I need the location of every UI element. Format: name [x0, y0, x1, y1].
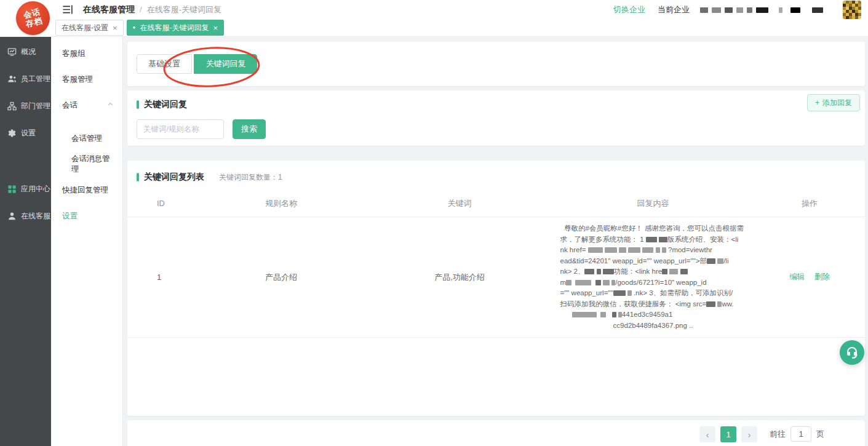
- cell-id: 1: [127, 273, 195, 282]
- secondary-sidebar: 客服组 客服管理 会话 会话管理 会话消息管理 快捷回复管理 设置: [51, 37, 123, 446]
- overview-icon: [7, 47, 17, 57]
- sidebar-item-employees[interactable]: 员工管理: [0, 65, 51, 92]
- cell-reply-content: 尊敬的#会员昵称#您好！ 感谢您咨询，您可以点击根据需求，了解更多系统功能： 1…: [552, 223, 754, 331]
- redacted-text: [588, 247, 603, 253]
- redacted-text: [628, 247, 640, 253]
- app-window: 在线客服管理 / 在线客服-关键词回复 切换企业 当前企业 在线客服-设置 × …: [0, 0, 868, 446]
- current-page-button[interactable]: 1: [720, 426, 736, 442]
- keyword-filter-card: 关键词回复 搜索 + 添加回复: [127, 90, 865, 146]
- redacted-text: [646, 237, 657, 242]
- online-service-person-icon: [7, 212, 17, 221]
- chevron-up-icon: [107, 101, 114, 110]
- submenu-label: 快捷回复管理: [62, 185, 108, 196]
- redacted-text: [619, 247, 626, 253]
- column-header-actions: 操作: [754, 198, 865, 209]
- submenu-item-session[interactable]: 会话: [51, 92, 122, 118]
- redacted-text: [706, 301, 715, 307]
- breadcrumb-current: 在线客服-关键词回复: [147, 4, 221, 15]
- reply-line: 441ed3c9459a1: [560, 309, 746, 321]
- sidebar-item-label: 员工管理: [21, 74, 50, 84]
- tab-label: 在线客服-关键词回复: [140, 23, 209, 33]
- submenu-label: 会话: [62, 100, 78, 111]
- search-button[interactable]: 搜索: [233, 119, 266, 139]
- submenu-label: 会话消息管理: [71, 154, 114, 175]
- submenu-item-service-groups[interactable]: 客服组: [51, 41, 122, 66]
- tab-online-service-settings[interactable]: 在线客服-设置 ×: [55, 20, 124, 36]
- sidebar-item-online-service[interactable]: 在线客服: [0, 202, 51, 229]
- section-marker: [137, 100, 139, 109]
- tab-bar: 在线客服-设置 × ● 在线客服-关键词回复 ×: [0, 19, 868, 37]
- add-reply-button[interactable]: + 添加回复: [807, 94, 860, 111]
- redacted-text: [656, 247, 660, 253]
- sidebar-item-label: 部门管理: [21, 101, 50, 111]
- submenu-item-settings[interactable]: 设置: [51, 203, 122, 229]
- submenu-item-session-management[interactable]: 会话管理: [51, 125, 122, 151]
- column-header-id: ID: [127, 199, 195, 208]
- settings-gear-icon: [7, 129, 17, 138]
- filter-section-title: 关键词回复: [144, 99, 187, 110]
- submenu-session-children: 会话管理 会话消息管理: [51, 125, 122, 177]
- sidebar-item-departments[interactable]: 部门管理: [0, 92, 51, 119]
- pagination-card: ‹ 1 › 前往 页: [127, 420, 865, 446]
- breadcrumb-root[interactable]: 在线客服管理: [83, 4, 135, 15]
- customer-service-float-button[interactable]: [840, 340, 864, 365]
- tab-keyword-reply[interactable]: ● 在线客服-关键词回复 ×: [127, 20, 224, 36]
- submenu-item-session-message-management[interactable]: 会话消息管理: [51, 151, 122, 177]
- column-header-rule-name: 规则名称: [195, 198, 367, 209]
- keyword-reply-button[interactable]: 关键词回复: [194, 54, 257, 74]
- reply-line: ead&tid=24201" weapp_id="" weapp_url="">…: [560, 256, 746, 267]
- goto-page-input[interactable]: [790, 426, 811, 442]
- reply-line: 求，了解更多系统功能： 1 版系统介绍、安装：<li: [560, 234, 746, 245]
- submenu-label: 客服组: [62, 49, 86, 59]
- sidebar-item-label: 应用中心: [21, 184, 50, 194]
- delete-link[interactable]: 删除: [814, 273, 830, 281]
- sidebar-item-label: 概况: [21, 47, 36, 57]
- sidebar-item-overview[interactable]: 概况: [0, 38, 51, 65]
- next-page-button[interactable]: ›: [741, 426, 757, 442]
- top-header: 在线客服管理 / 在线客服-关键词回复 切换企业 当前企业: [0, 0, 868, 19]
- redacted-text: [584, 269, 594, 274]
- user-avatar[interactable]: [843, 1, 861, 19]
- basic-settings-button[interactable]: 基础设置: [137, 54, 192, 74]
- redacted-text: [595, 280, 601, 285]
- section-marker: [137, 173, 139, 181]
- cell-keywords: 产品,功能介绍: [367, 272, 552, 283]
- reply-line: 尊敬的#会员昵称#您好！ 感谢您咨询，您可以点击根据需: [560, 223, 746, 234]
- submenu-label: 会话管理: [71, 133, 102, 144]
- collapse-menu-icon[interactable]: [63, 5, 73, 14]
- primary-sidebar: 概况 员工管理 部门管理 设置 应用中心 在线客服: [0, 37, 51, 446]
- reply-content-block: 尊敬的#会员昵称#您好！ 感谢您咨询，您可以点击根据需求，了解更多系统功能： 1…: [560, 223, 746, 331]
- redacted-text: [600, 312, 606, 317]
- redacted-text: [605, 247, 617, 253]
- redacted-text: [659, 237, 667, 242]
- sidebar-item-label: 在线客服: [21, 211, 50, 221]
- reply-count-label: 关键词回复数量：1: [219, 172, 282, 183]
- cell-actions: 编辑 删除: [754, 272, 865, 282]
- company-name-redacted: [698, 4, 825, 15]
- redacted-text: [662, 247, 666, 253]
- view-toggle-card: 基础设置 关键词回复: [127, 42, 865, 86]
- submenu-item-service-management[interactable]: 客服管理: [51, 66, 122, 92]
- main-content: 基础设置 关键词回复 关键词回复 搜索 + 添加回复 关键词回复列: [123, 37, 868, 446]
- redacted-text: [611, 280, 615, 285]
- column-header-reply-content: 回复内容: [552, 198, 754, 209]
- redacted-text: [566, 280, 571, 285]
- close-tab-icon[interactable]: ×: [113, 23, 117, 33]
- sidebar-item-settings[interactable]: 设置: [0, 119, 51, 146]
- close-tab-icon[interactable]: ×: [213, 23, 218, 33]
- table-header-row: ID 规则名称 关键词 回复内容 操作: [127, 190, 865, 217]
- column-header-keywords: 关键词: [367, 198, 552, 209]
- switch-company-link[interactable]: 切换企业: [613, 4, 645, 15]
- headset-icon: [845, 345, 859, 360]
- sidebar-item-app-center[interactable]: 应用中心: [0, 175, 51, 202]
- table-row: 1 产品介绍 产品,功能介绍 尊敬的#会员昵称#您好！ 感谢您咨询，您可以点击根…: [127, 217, 865, 338]
- prev-page-button[interactable]: ‹: [699, 426, 715, 442]
- keyword-search-input[interactable]: [137, 119, 224, 139]
- redacted-text: [669, 269, 678, 274]
- redacted-text: [627, 290, 632, 296]
- redacted-text: [572, 312, 597, 317]
- reply-line: m /goods/6721?i=10" weapp_id: [560, 277, 746, 289]
- redacted-text: [680, 269, 688, 274]
- submenu-item-quick-reply-management[interactable]: 快捷回复管理: [51, 177, 122, 203]
- edit-link[interactable]: 编辑: [789, 273, 805, 281]
